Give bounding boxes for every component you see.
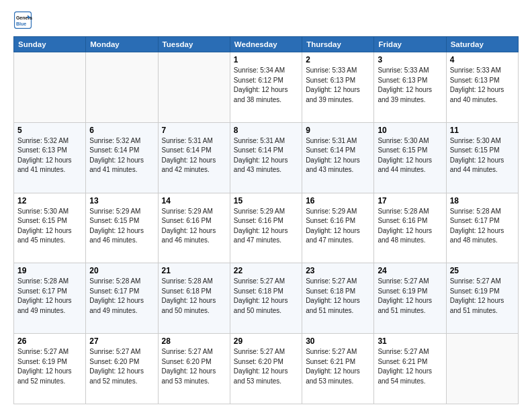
day-number: 21 xyxy=(162,266,226,275)
calendar-cell: 11Sunrise: 5:30 AM Sunset: 6:15 PM Dayli… xyxy=(446,122,518,193)
day-number: 29 xyxy=(234,336,298,346)
weekday-saturday: Saturday xyxy=(446,37,518,52)
day-number: 15 xyxy=(234,196,298,205)
day-info: Sunrise: 5:27 AM Sunset: 6:20 PM Dayligh… xyxy=(162,347,226,386)
day-info: Sunrise: 5:32 AM Sunset: 6:13 PM Dayligh… xyxy=(17,136,82,175)
calendar-cell: 4Sunrise: 5:33 AM Sunset: 6:13 PM Daylig… xyxy=(446,52,518,123)
day-number: 6 xyxy=(89,126,154,135)
day-info: Sunrise: 5:31 AM Sunset: 6:14 PM Dayligh… xyxy=(234,136,298,175)
day-info: Sunrise: 5:33 AM Sunset: 6:13 PM Dayligh… xyxy=(306,66,370,105)
calendar-cell: 24Sunrise: 5:27 AM Sunset: 6:19 PM Dayli… xyxy=(374,263,446,334)
day-info: Sunrise: 5:28 AM Sunset: 6:18 PM Dayligh… xyxy=(162,277,226,316)
calendar-cell: 26Sunrise: 5:27 AM Sunset: 6:19 PM Dayli… xyxy=(14,334,86,404)
calendar-cell: 8Sunrise: 5:31 AM Sunset: 6:14 PM Daylig… xyxy=(230,122,302,193)
weekday-sunday: Sunday xyxy=(14,37,86,52)
week-row-1: 1Sunrise: 5:34 AM Sunset: 6:12 PM Daylig… xyxy=(14,52,519,123)
weekday-thursday: Thursday xyxy=(302,37,374,52)
calendar-cell: 17Sunrise: 5:28 AM Sunset: 6:16 PM Dayli… xyxy=(374,193,446,263)
calendar-cell: 27Sunrise: 5:27 AM Sunset: 6:20 PM Dayli… xyxy=(86,334,158,404)
calendar-cell: 18Sunrise: 5:28 AM Sunset: 6:17 PM Dayli… xyxy=(446,193,518,263)
calendar-cell: 6Sunrise: 5:32 AM Sunset: 6:14 PM Daylig… xyxy=(86,122,158,193)
day-info: Sunrise: 5:27 AM Sunset: 6:19 PM Dayligh… xyxy=(17,347,82,386)
calendar-header: SundayMondayTuesdayWednesdayThursdayFrid… xyxy=(14,37,519,52)
day-info: Sunrise: 5:27 AM Sunset: 6:21 PM Dayligh… xyxy=(378,347,442,386)
day-info: Sunrise: 5:30 AM Sunset: 6:15 PM Dayligh… xyxy=(378,136,442,175)
day-info: Sunrise: 5:32 AM Sunset: 6:14 PM Dayligh… xyxy=(89,136,154,175)
day-number: 26 xyxy=(17,336,82,346)
day-number: 4 xyxy=(450,55,515,64)
day-number: 1 xyxy=(234,55,298,64)
svg-text:Blue: Blue xyxy=(16,21,26,26)
day-number: 30 xyxy=(306,336,370,346)
day-number: 20 xyxy=(89,266,154,275)
day-info: Sunrise: 5:28 AM Sunset: 6:17 PM Dayligh… xyxy=(17,277,82,316)
day-number: 25 xyxy=(450,266,515,275)
week-row-2: 5Sunrise: 5:32 AM Sunset: 6:13 PM Daylig… xyxy=(14,122,519,193)
day-number: 14 xyxy=(162,196,226,205)
week-row-5: 26Sunrise: 5:27 AM Sunset: 6:19 PM Dayli… xyxy=(14,334,519,404)
calendar-cell xyxy=(158,52,230,123)
day-number: 8 xyxy=(234,126,298,135)
day-info: Sunrise: 5:29 AM Sunset: 6:15 PM Dayligh… xyxy=(89,207,154,246)
day-info: Sunrise: 5:27 AM Sunset: 6:18 PM Dayligh… xyxy=(306,277,370,316)
calendar-cell: 22Sunrise: 5:27 AM Sunset: 6:18 PM Dayli… xyxy=(230,263,302,334)
calendar-cell: 28Sunrise: 5:27 AM Sunset: 6:20 PM Dayli… xyxy=(158,334,230,404)
calendar-cell: 2Sunrise: 5:33 AM Sunset: 6:13 PM Daylig… xyxy=(302,52,374,123)
day-number: 18 xyxy=(450,196,515,205)
weekday-wednesday: Wednesday xyxy=(230,37,302,52)
weekday-friday: Friday xyxy=(374,37,446,52)
calendar-cell: 20Sunrise: 5:28 AM Sunset: 6:17 PM Dayli… xyxy=(86,263,158,334)
day-info: Sunrise: 5:33 AM Sunset: 6:13 PM Dayligh… xyxy=(378,66,442,105)
calendar-cell: 13Sunrise: 5:29 AM Sunset: 6:15 PM Dayli… xyxy=(86,193,158,263)
day-info: Sunrise: 5:27 AM Sunset: 6:19 PM Dayligh… xyxy=(378,277,442,316)
day-number: 19 xyxy=(17,266,82,275)
day-info: Sunrise: 5:30 AM Sunset: 6:15 PM Dayligh… xyxy=(17,207,82,246)
day-info: Sunrise: 5:33 AM Sunset: 6:13 PM Dayligh… xyxy=(450,66,515,105)
week-row-3: 12Sunrise: 5:30 AM Sunset: 6:15 PM Dayli… xyxy=(14,193,519,263)
day-info: Sunrise: 5:29 AM Sunset: 6:16 PM Dayligh… xyxy=(306,207,370,246)
calendar-body: 1Sunrise: 5:34 AM Sunset: 6:12 PM Daylig… xyxy=(14,52,519,404)
day-number: 2 xyxy=(306,55,370,64)
weekday-tuesday: Tuesday xyxy=(158,37,230,52)
day-info: Sunrise: 5:31 AM Sunset: 6:14 PM Dayligh… xyxy=(162,136,226,175)
day-number: 23 xyxy=(306,266,370,275)
calendar-cell: 10Sunrise: 5:30 AM Sunset: 6:15 PM Dayli… xyxy=(374,122,446,193)
day-info: Sunrise: 5:27 AM Sunset: 6:21 PM Dayligh… xyxy=(306,347,370,386)
day-info: Sunrise: 5:29 AM Sunset: 6:16 PM Dayligh… xyxy=(162,207,226,246)
calendar-cell: 1Sunrise: 5:34 AM Sunset: 6:12 PM Daylig… xyxy=(230,52,302,123)
day-info: Sunrise: 5:27 AM Sunset: 6:19 PM Dayligh… xyxy=(450,277,515,316)
day-info: Sunrise: 5:29 AM Sunset: 6:16 PM Dayligh… xyxy=(234,207,298,246)
day-number: 16 xyxy=(306,196,370,205)
calendar-cell: 30Sunrise: 5:27 AM Sunset: 6:21 PM Dayli… xyxy=(302,334,374,404)
day-info: Sunrise: 5:28 AM Sunset: 6:17 PM Dayligh… xyxy=(450,207,515,246)
calendar-cell: 25Sunrise: 5:27 AM Sunset: 6:19 PM Dayli… xyxy=(446,263,518,334)
calendar-cell: 31Sunrise: 5:27 AM Sunset: 6:21 PM Dayli… xyxy=(374,334,446,404)
logo: General Blue xyxy=(13,11,32,30)
calendar-cell: 29Sunrise: 5:27 AM Sunset: 6:20 PM Dayli… xyxy=(230,334,302,404)
calendar-cell: 9Sunrise: 5:31 AM Sunset: 6:14 PM Daylig… xyxy=(302,122,374,193)
day-info: Sunrise: 5:28 AM Sunset: 6:16 PM Dayligh… xyxy=(378,207,442,246)
calendar-cell: 21Sunrise: 5:28 AM Sunset: 6:18 PM Dayli… xyxy=(158,263,230,334)
weekday-row: SundayMondayTuesdayWednesdayThursdayFrid… xyxy=(14,37,519,52)
calendar-cell: 14Sunrise: 5:29 AM Sunset: 6:16 PM Dayli… xyxy=(158,193,230,263)
day-number: 10 xyxy=(378,126,442,135)
day-info: Sunrise: 5:34 AM Sunset: 6:12 PM Dayligh… xyxy=(234,66,298,105)
calendar-cell: 23Sunrise: 5:27 AM Sunset: 6:18 PM Dayli… xyxy=(302,263,374,334)
day-number: 12 xyxy=(17,196,82,205)
calendar-cell: 15Sunrise: 5:29 AM Sunset: 6:16 PM Dayli… xyxy=(230,193,302,263)
calendar-cell: 3Sunrise: 5:33 AM Sunset: 6:13 PM Daylig… xyxy=(374,52,446,123)
page: General Blue SundayMondayTuesdayWednesda… xyxy=(0,0,532,411)
calendar-cell xyxy=(446,334,518,404)
day-info: Sunrise: 5:27 AM Sunset: 6:20 PM Dayligh… xyxy=(89,347,154,386)
calendar-cell: 7Sunrise: 5:31 AM Sunset: 6:14 PM Daylig… xyxy=(158,122,230,193)
day-number: 5 xyxy=(17,126,82,135)
day-number: 9 xyxy=(306,126,370,135)
calendar-cell: 16Sunrise: 5:29 AM Sunset: 6:16 PM Dayli… xyxy=(302,193,374,263)
day-number: 31 xyxy=(378,336,442,346)
day-number: 13 xyxy=(89,196,154,205)
day-number: 11 xyxy=(450,126,515,135)
calendar-cell xyxy=(86,52,158,123)
calendar-cell: 12Sunrise: 5:30 AM Sunset: 6:15 PM Dayli… xyxy=(14,193,86,263)
day-number: 7 xyxy=(162,126,226,135)
calendar-table: SundayMondayTuesdayWednesdayThursdayFrid… xyxy=(13,36,519,404)
